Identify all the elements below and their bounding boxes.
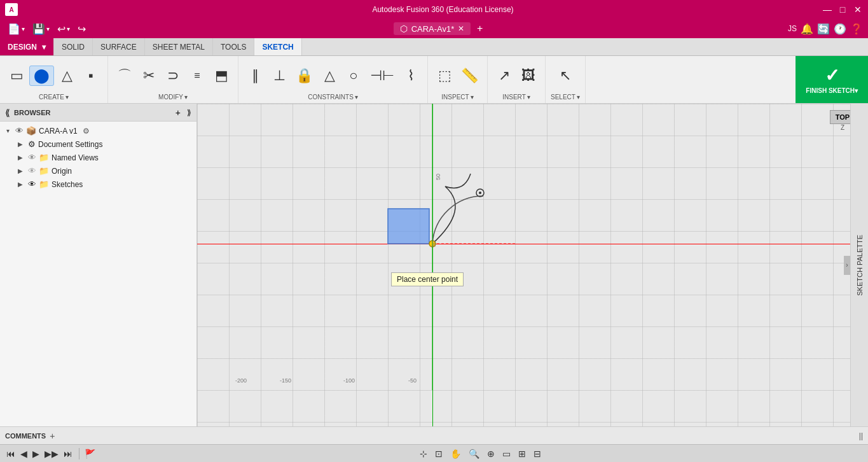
- eye-icon-sketches[interactable]: 👁: [28, 179, 36, 189]
- status-settings-icon[interactable]: ⊟: [531, 447, 544, 460]
- create-group-label[interactable]: CREATE▾: [39, 92, 69, 101]
- constraint-symmetry-btn[interactable]: ⊣⊢: [366, 66, 398, 85]
- title-bar: A Autodesk Fusion 360 (Education License…: [0, 0, 868, 19]
- constraint-perpendicular-btn[interactable]: ⊥: [268, 66, 291, 85]
- canvas-area[interactable]: 50 -50 -100 -150 -200 50 Place center po…: [197, 104, 868, 426]
- close-button[interactable]: ✕: [853, 4, 863, 15]
- constraint-lock-btn[interactable]: 🔒: [292, 66, 317, 85]
- browser-add-button[interactable]: +: [176, 108, 181, 118]
- minimize-button[interactable]: —: [822, 4, 832, 15]
- select-group-label[interactable]: SELECT▾: [551, 92, 580, 101]
- select-tool-btn[interactable]: ↖: [554, 66, 577, 85]
- inspect-measure-btn[interactable]: ⬚: [433, 66, 456, 85]
- quick-access-bar: 📄▾ 💾▾ ↩▾ ↪ ⬡ CARA-Av1* ✕ + JS 🔔 🔄 🕐 ❓: [0, 19, 868, 38]
- browser-title: BROWSER: [14, 109, 172, 116]
- play-end-btn[interactable]: ⏭: [62, 447, 74, 460]
- insert-image-btn[interactable]: 🖼: [517, 66, 540, 85]
- sketch-palette-panel[interactable]: SKETCH PALETTE: [850, 104, 868, 426]
- ribbon-group-constraints: ∥ ⊥ 🔒 △ ○ ⊣⊢ ⌇ CONSTRAINTS▾: [238, 56, 428, 103]
- add-tab-button[interactable]: +: [477, 23, 483, 34]
- tree-label-named-views: Named Views: [52, 153, 99, 162]
- expand-origin[interactable]: ▶: [15, 167, 25, 174]
- folder-icon-sketches: 📁: [39, 179, 49, 189]
- play-start-btn[interactable]: ⏮: [5, 447, 17, 460]
- status-zoom-icon[interactable]: 🔍: [466, 447, 482, 460]
- constraint-triangle2-btn[interactable]: △: [318, 66, 341, 85]
- save-button[interactable]: 💾▾: [30, 22, 52, 36]
- tab-solid[interactable]: SOLID: [54, 38, 93, 55]
- sync-icon[interactable]: 🔄: [817, 23, 830, 35]
- status-display-icon[interactable]: ▭: [500, 447, 513, 460]
- sketch-rectangle: [388, 209, 429, 244]
- redo-button[interactable]: ↪: [75, 22, 88, 36]
- constraints-group-label[interactable]: CONSTRAINTS▾: [308, 92, 358, 101]
- inspect-ruler-btn[interactable]: 📏: [457, 66, 482, 85]
- insert-group-label[interactable]: INSERT▾: [502, 92, 530, 101]
- tree-item-doc-settings[interactable]: ▶ ⚙ Document Settings: [0, 137, 196, 151]
- constraint-circle2-btn[interactable]: ○: [342, 66, 365, 85]
- status-grid-icon[interactable]: ⊹: [417, 447, 430, 460]
- notifications-icon[interactable]: 🔔: [801, 23, 813, 35]
- expand-root[interactable]: ▾: [3, 127, 13, 134]
- expand-doc-settings[interactable]: ▶: [15, 141, 25, 148]
- tree-item-origin[interactable]: ▶ 👁 📁 Origin: [0, 164, 196, 178]
- finish-sketch-label: FINISH SKETCH▾: [806, 87, 858, 94]
- collapse-sketch-palette[interactable]: ›: [844, 256, 850, 275]
- file-tab-name[interactable]: CARA-Av1*: [411, 24, 455, 34]
- comments-collapse[interactable]: ||: [859, 431, 863, 440]
- modify-offset-btn[interactable]: ⊃: [162, 66, 184, 85]
- modify-trim-btn[interactable]: ✂: [137, 66, 160, 85]
- tree-item-named-views[interactable]: ▶ 👁 📁 Named Views: [0, 151, 196, 164]
- browser-collapse-left[interactable]: ⟪: [5, 108, 10, 118]
- eye-icon-origin[interactable]: 👁: [28, 166, 36, 176]
- eye-icon-root[interactable]: 👁: [15, 126, 24, 136]
- create-circle-btn[interactable]: ⬤: [29, 66, 54, 86]
- play-next-btn[interactable]: ▶▶: [43, 447, 60, 460]
- expand-named-views[interactable]: ▶: [15, 154, 25, 161]
- tab-sketch[interactable]: SKETCH: [254, 38, 301, 55]
- comments-add-button[interactable]: +: [50, 431, 55, 441]
- timeline-flag[interactable]: 🚩: [85, 449, 95, 459]
- expand-sketches[interactable]: ▶: [15, 181, 25, 188]
- tab-sheet-metal[interactable]: SHEET METAL: [145, 38, 213, 55]
- constraint-curvature-btn[interactable]: ⌇: [399, 66, 422, 85]
- create-point-btn[interactable]: ▪: [79, 66, 102, 85]
- play-prev-btn[interactable]: ◀: [19, 447, 29, 460]
- clock-icon[interactable]: 🕐: [834, 23, 846, 35]
- status-grid2-icon[interactable]: ⊞: [516, 447, 528, 460]
- comments-bar: COMMENTS + ||: [0, 426, 868, 444]
- inspect-group-label[interactable]: INSPECT▾: [441, 92, 473, 101]
- play-play-btn[interactable]: ▶: [31, 447, 41, 460]
- modify-group-label[interactable]: MODIFY▾: [158, 92, 188, 101]
- folder-icon-origin: 📁: [39, 166, 49, 176]
- tree-item-sketches[interactable]: ▶ 👁 📁 Sketches: [0, 178, 196, 191]
- ribbon-tabs: DESIGN▾ SOLID SURFACE SHEET METAL TOOLS …: [0, 38, 868, 56]
- modify-fillet-btn[interactable]: ⌒: [113, 66, 136, 85]
- new-file-button[interactable]: 📄▾: [5, 22, 27, 36]
- undo-button[interactable]: ↩▾: [55, 22, 72, 36]
- user-icon[interactable]: JS: [788, 24, 797, 33]
- constraint-parallel-btn[interactable]: ∥: [244, 66, 266, 85]
- status-fit-icon[interactable]: ⊕: [485, 447, 497, 460]
- create-rectangle-btn[interactable]: ▭: [5, 66, 28, 85]
- browser-collapse-right[interactable]: ⟫: [187, 108, 191, 117]
- close-tab-button[interactable]: ✕: [458, 24, 464, 33]
- modify-project-btn[interactable]: ⬒: [210, 66, 233, 85]
- tree-label-origin: Origin: [52, 167, 72, 176]
- workspace-selector[interactable]: DESIGN▾: [0, 38, 54, 55]
- modify-hatch-btn[interactable]: ≡: [186, 68, 209, 83]
- finish-sketch-button[interactable]: ✓ FINISH SKETCH▾: [796, 56, 868, 103]
- ribbon-group-create: ▭ ⬤ △ ▪ CREATE▾: [0, 56, 108, 103]
- insert-sketch-btn[interactable]: ↗: [493, 66, 516, 85]
- browser-tree: ▾ 👁 📦 CARA-A v1 ⚙ ▶ ⚙ Document Settings …: [0, 122, 196, 426]
- tree-item-root[interactable]: ▾ 👁 📦 CARA-A v1 ⚙: [0, 124, 196, 137]
- status-pan-icon[interactable]: ✋: [448, 447, 464, 460]
- help-icon[interactable]: ❓: [850, 23, 863, 35]
- create-triangle-btn[interactable]: △: [55, 66, 78, 85]
- status-square-icon[interactable]: ⊡: [432, 447, 445, 460]
- settings-icon-root[interactable]: ⚙: [83, 127, 90, 136]
- maximize-button[interactable]: □: [837, 4, 848, 15]
- tab-tools[interactable]: TOOLS: [213, 38, 254, 55]
- eye-icon-named-views[interactable]: 👁: [28, 153, 36, 162]
- tab-surface[interactable]: SURFACE: [93, 38, 145, 55]
